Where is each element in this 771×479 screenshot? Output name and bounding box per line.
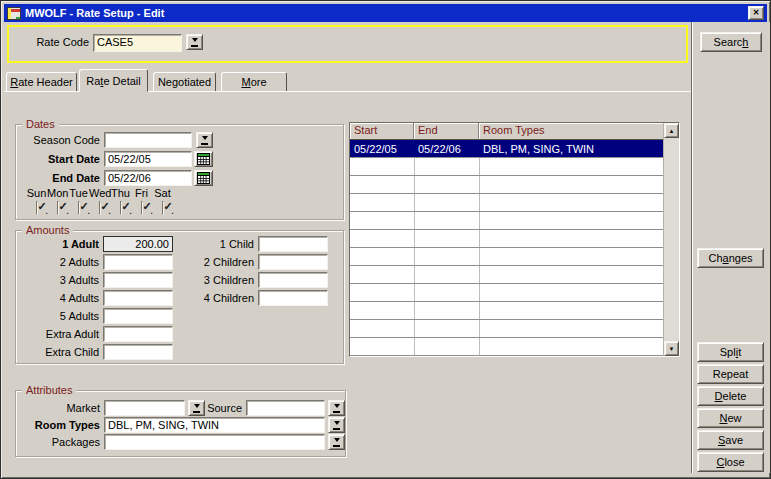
lov-bar-icon [333,428,340,430]
tab-more[interactable]: More [221,72,287,92]
start-date-calendar-button[interactable] [194,151,213,167]
amount-5-adults-label: 5 Adults [16,310,99,322]
grid-row-empty[interactable] [350,266,663,284]
dates-group-label: Dates [22,118,59,130]
amount-3-children-label: 3 Children [186,274,254,286]
source-lov-button[interactable] [328,400,345,416]
amount-2-children-label: 2 Children [186,256,254,268]
market-input[interactable] [104,400,185,416]
day-checkbox-mon[interactable] [57,201,59,215]
amount-4-children-label: 4 Children [186,292,254,304]
close-icon[interactable]: ✕ [748,6,764,20]
new-button[interactable]: New [697,408,764,428]
changes-button[interactable]: Changes [697,248,764,268]
packages-input[interactable] [104,434,325,450]
grid-row-empty[interactable] [350,230,663,248]
lov-arrow-icon [334,404,340,411]
amount-2-children-input[interactable] [258,254,328,270]
day-checkbox-sun[interactable] [36,201,38,215]
app-icon [7,7,21,20]
amount-4-adults-input[interactable] [103,290,173,306]
lov-arrow-icon [194,404,200,411]
grid-row-empty[interactable] [350,338,663,356]
room-types-lov-button[interactable] [328,417,345,433]
grid-row-empty[interactable] [350,248,663,266]
amount-extra-adult-label: Extra Adult [16,328,99,340]
amount-1-child-input[interactable] [258,236,328,252]
amount-3-children-input[interactable] [258,272,328,288]
grid-column-start: Start [350,123,414,140]
grid-column-room-types: Room Types [479,123,679,140]
day-checkbox-fri[interactable] [141,201,143,215]
season-code-input[interactable] [104,132,192,148]
day-label-sun: Sun [26,187,47,199]
search-button[interactable]: Search [700,32,762,52]
day-label-fri: Fri [131,187,152,199]
grid-row-empty[interactable] [350,176,663,194]
market-label: Market [16,402,100,414]
amount-5-adults-input[interactable] [103,308,173,324]
day-label-tue: Tue [68,187,89,199]
start-date-label: Start Date [16,153,100,165]
tab-rate-detail[interactable]: Rate Detail [79,69,148,92]
grid-cell-end: 05/22/06 [414,143,479,155]
amount-3-adults-label: 3 Adults [16,274,99,286]
rate-detail-tab-panel: Dates Season Code Start Date 05/22/05 En… [4,91,691,473]
calendar-icon [197,153,210,165]
amount-4-children-input[interactable] [258,290,328,306]
amount-extra-child-input[interactable] [103,344,173,360]
grid-row-selected[interactable]: 05/22/05 05/22/06 DBL, PM, SING, TWIN [350,140,663,158]
grid-cell-room-types: DBL, PM, SING, TWIN [479,143,663,155]
save-button[interactable]: Save [697,430,764,450]
close-button[interactable]: Close [697,452,764,472]
grid-row-empty[interactable] [350,194,663,212]
source-label: Source [201,402,242,414]
split-button[interactable]: Split [697,342,764,362]
amount-1-child-label: 1 Child [186,238,254,250]
amount-1-adult-input[interactable]: 200.00 [103,236,173,252]
lov-arrow-icon [334,421,340,428]
grid-row-empty[interactable] [350,320,663,338]
grid-scrollbar[interactable]: ▲ ▼ [663,123,679,356]
amount-3-adults-input[interactable] [103,272,173,288]
amount-1-adult-label: 1 Adult [16,238,99,250]
grid-row-empty[interactable] [350,284,663,302]
grid-body: 05/22/05 05/22/06 DBL, PM, SING, TWIN [350,140,663,356]
window-title: MWOLF - Rate Setup - Edit [25,7,164,19]
grid-column-end: End [414,123,479,140]
rate-detail-grid: Start End Room Types 05/22/05 05/22/06 D… [349,122,680,357]
amount-extra-adult-input[interactable] [103,326,173,342]
lov-arrow-icon [192,38,198,45]
scroll-down-icon[interactable]: ▼ [664,341,679,356]
repeat-button[interactable]: Repeat [697,364,764,384]
day-checkbox-wed[interactable] [99,201,101,215]
tab-negotiated[interactable]: Negotiated [153,72,216,92]
grid-row-empty[interactable] [350,212,663,230]
lov-bar-icon [201,143,208,145]
rate-code-lov-button[interactable] [186,34,203,50]
tab-rate-header[interactable]: Rate Header [6,72,77,92]
amount-2-adults-input[interactable] [103,254,173,270]
rate-setup-window: MWOLF - Rate Setup - Edit ✕ Rate Code CA… [0,0,771,479]
season-code-lov-button[interactable] [196,132,213,148]
source-input[interactable] [246,400,325,416]
lov-bar-icon [333,445,340,447]
day-checkbox-thu[interactable] [120,201,122,215]
day-checkbox-tue[interactable] [78,201,80,215]
grid-row-empty[interactable] [350,302,663,320]
attributes-group-label: Attributes [22,384,76,396]
end-date-calendar-button[interactable] [194,170,213,186]
rate-code-input[interactable]: CASE5 [93,34,182,52]
room-types-input[interactable]: DBL, PM, SING, TWIN [104,417,325,433]
start-date-input[interactable]: 05/22/05 [104,151,192,167]
rate-code-panel: Rate Code CASE5 [7,25,688,63]
grid-row-empty[interactable] [350,158,663,176]
amounts-group-label: Amounts [22,224,73,236]
scroll-up-icon[interactable]: ▲ [664,123,679,138]
delete-button[interactable]: Delete [697,386,764,406]
day-label-wed: Wed [89,187,110,199]
end-date-input[interactable]: 05/22/06 [104,170,192,186]
packages-lov-button[interactable] [328,434,345,450]
day-checkbox-sat[interactable] [162,201,164,215]
title-bar[interactable]: MWOLF - Rate Setup - Edit ✕ [4,4,767,22]
